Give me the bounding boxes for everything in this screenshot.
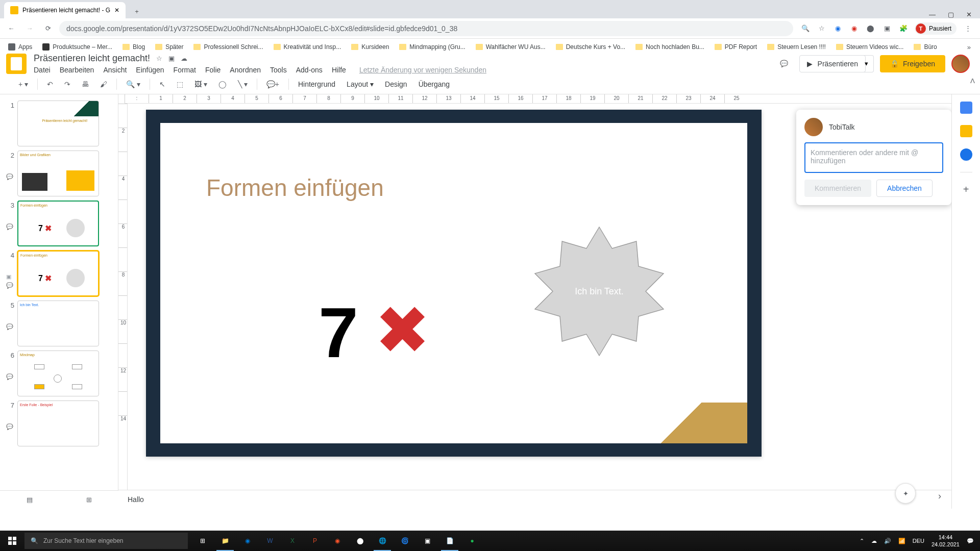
- slide-thumb-4[interactable]: Formen einfügen7 ✖: [17, 251, 99, 296]
- menu-slide[interactable]: Folie: [205, 66, 220, 74]
- profile-button[interactable]: T Pausiert: [915, 22, 957, 35]
- volume-icon[interactable]: 🔊: [884, 538, 891, 544]
- next-slide-button[interactable]: ›: [938, 491, 941, 502]
- close-tab-icon[interactable]: ✕: [114, 7, 119, 14]
- bookmark-item[interactable]: Noch hochladen Bu...: [631, 41, 708, 53]
- transition-button[interactable]: Übergang: [414, 78, 454, 90]
- zoom-icon[interactable]: 🔍: [800, 23, 811, 34]
- comment-indicator-icon[interactable]: 💬: [6, 409, 14, 430]
- line-tool[interactable]: ╲ ▾: [234, 77, 252, 91]
- browser-tab[interactable]: Präsentieren leicht gemacht! - G ✕: [4, 2, 126, 18]
- move-icon[interactable]: ▣: [168, 55, 175, 62]
- menu-insert[interactable]: Einfügen: [136, 66, 164, 74]
- print-button[interactable]: 🖶: [78, 77, 93, 91]
- edge-new-icon[interactable]: 🌀: [394, 531, 415, 551]
- notepad-icon[interactable]: 📄: [439, 531, 460, 551]
- brave-icon[interactable]: ◉: [327, 531, 348, 551]
- file-explorer-icon[interactable]: 📁: [214, 531, 236, 551]
- word-icon[interactable]: W: [259, 531, 281, 551]
- app-icon[interactable]: ▣: [416, 531, 438, 551]
- slide-thumb-5[interactable]: Ich bin Text.: [17, 300, 99, 346]
- calendar-addon-icon[interactable]: [960, 102, 972, 114]
- extension-icon-3[interactable]: ⬤: [866, 23, 876, 34]
- present-dropdown[interactable]: ▾: [860, 55, 874, 72]
- textbox-tool[interactable]: ⬚: [173, 77, 187, 91]
- menu-addons[interactable]: Add-ons: [296, 66, 323, 74]
- background-button[interactable]: Hintergrund: [294, 78, 339, 90]
- comment-submit-button[interactable]: Kommentieren: [804, 180, 871, 197]
- onedrive-icon[interactable]: ☁: [871, 538, 877, 544]
- collapse-toolbar-icon[interactable]: ᐱ: [970, 77, 975, 85]
- bookmark-item[interactable]: Später: [151, 41, 187, 53]
- bookmark-item[interactable]: Blog: [118, 41, 149, 53]
- comment-cancel-button[interactable]: Abbrechen: [876, 180, 933, 197]
- extension-icon-2[interactable]: ◉: [849, 23, 860, 34]
- spotify-icon[interactable]: ●: [461, 531, 483, 551]
- comment-indicator-icon[interactable]: 💬: [6, 159, 14, 180]
- bookmark-item[interactable]: Kursideen: [347, 41, 393, 53]
- bookmark-item[interactable]: Mindmapping (Gru...: [395, 41, 469, 53]
- keep-addon-icon[interactable]: [960, 125, 972, 137]
- menu-help[interactable]: Hilfe: [332, 66, 346, 74]
- extensions-puzzle-icon[interactable]: 🧩: [898, 23, 909, 34]
- slide-canvas[interactable]: :123456789101112131415161718192021222324…: [118, 94, 951, 509]
- menu-edit[interactable]: Bearbeiten: [60, 66, 94, 74]
- layout-button[interactable]: Layout ▾: [342, 78, 378, 90]
- document-title[interactable]: Präsentieren leicht gemacht!: [34, 53, 150, 64]
- menu-view[interactable]: Ansicht: [103, 66, 127, 74]
- new-tab-button[interactable]: +: [130, 4, 144, 18]
- bookmark-apps[interactable]: Apps: [4, 41, 36, 53]
- notifications-icon[interactable]: 💬: [967, 538, 974, 544]
- bookmark-item[interactable]: Produktsuche – Mer...: [38, 41, 116, 53]
- task-view-icon[interactable]: ⊞: [192, 531, 213, 551]
- redo-button[interactable]: ↷: [60, 77, 75, 91]
- bookmark-item[interactable]: Wahlfächer WU Aus...: [472, 41, 550, 53]
- select-tool[interactable]: ↖: [155, 77, 169, 91]
- account-avatar[interactable]: [951, 55, 970, 73]
- menu-dots-icon[interactable]: ⋮: [963, 23, 973, 34]
- comment-indicator-icon[interactable]: 💬: [6, 209, 14, 230]
- tasks-addon-icon[interactable]: [960, 148, 972, 161]
- clock[interactable]: 14:44 24.02.2021: [932, 534, 960, 548]
- bookmark-item[interactable]: Steuern Videos wic...: [832, 41, 908, 53]
- undo-button[interactable]: ↶: [43, 77, 57, 91]
- share-button[interactable]: 🔒 Freigeben: [880, 55, 945, 72]
- cloud-saved-icon[interactable]: ☁: [181, 55, 187, 62]
- image-tool[interactable]: 🖼 ▾: [190, 77, 211, 91]
- slide-thumb-3[interactable]: Formen einfügen7 ✖: [17, 201, 99, 246]
- paint-format-button[interactable]: 🖌: [96, 77, 111, 91]
- bookmark-item[interactable]: Deutsche Kurs + Vo...: [552, 41, 629, 53]
- windows-search-input[interactable]: 🔍 Zur Suche Text hier eingeben: [24, 533, 188, 549]
- present-button[interactable]: ▶ Präsentieren: [799, 55, 866, 72]
- comment-textarea[interactable]: [804, 142, 943, 173]
- comment-indicator-icon[interactable]: 💬: [6, 309, 14, 330]
- red-cross-shape[interactable]: [380, 307, 426, 353]
- comment-tool[interactable]: 💬+: [262, 77, 283, 91]
- menu-file[interactable]: Datei: [34, 66, 51, 74]
- language-indicator[interactable]: DEU: [913, 538, 924, 544]
- maximize-icon[interactable]: ▢: [948, 11, 954, 18]
- last-edit-link[interactable]: Letzte Änderung vor wenigen Sekunden: [359, 66, 486, 74]
- slide-title-text[interactable]: Formen einfügen: [206, 174, 384, 202]
- new-slide-button[interactable]: + ▾: [14, 77, 32, 91]
- forward-button[interactable]: →: [22, 21, 37, 36]
- bookmark-item[interactable]: Steuern Lesen !!!!: [763, 41, 830, 53]
- grid-view-icon[interactable]: ⊞: [86, 496, 92, 504]
- back-button[interactable]: ←: [4, 21, 18, 36]
- design-button[interactable]: Design: [381, 78, 411, 90]
- minimize-icon[interactable]: —: [929, 11, 936, 18]
- tray-expand-icon[interactable]: ⌃: [860, 538, 864, 544]
- star-burst-shape[interactable]: Ich bin Text.: [528, 220, 671, 363]
- slide-thumb-1[interactable]: Präsentieren leicht gemacht!: [17, 101, 99, 146]
- bookmark-star-icon[interactable]: ☆: [817, 23, 827, 34]
- slide-thumb-6[interactable]: Mindmap: [17, 350, 99, 396]
- powerpoint-icon[interactable]: P: [304, 531, 326, 551]
- extension-icon-1[interactable]: ◉: [833, 23, 843, 34]
- bookmark-item[interactable]: Büro: [910, 41, 941, 53]
- slides-logo-icon[interactable]: [6, 54, 27, 74]
- filmstrip-view-icon[interactable]: ▤: [27, 496, 33, 504]
- menu-format[interactable]: Format: [174, 66, 196, 74]
- bookmark-item[interactable]: Professionell Schrei...: [189, 41, 267, 53]
- shape-tool[interactable]: ◯: [214, 77, 231, 91]
- read-later-icon[interactable]: ▣: [882, 23, 892, 34]
